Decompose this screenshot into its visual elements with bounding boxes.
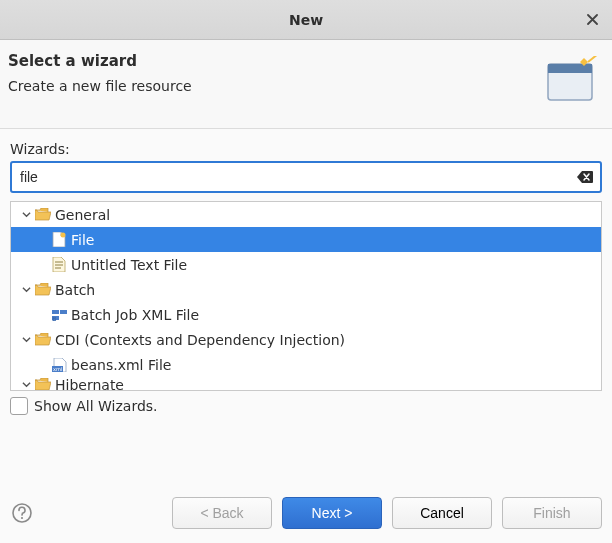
help-button[interactable] <box>10 501 34 525</box>
show-all-checkbox[interactable] <box>10 397 28 415</box>
svg-text:xml: xml <box>53 366 62 372</box>
finish-button[interactable]: Finish <box>502 497 602 529</box>
tree-item-file[interactable]: File <box>11 227 601 252</box>
folder-open-icon <box>35 282 51 298</box>
expander-toggle[interactable] <box>19 283 33 297</box>
chevron-down-icon <box>22 285 31 294</box>
svg-text:B: B <box>52 315 57 322</box>
tree-item-beans-xml[interactable]: xml beans.xml File <box>11 352 601 377</box>
tree-item-label: Hibernate <box>55 377 124 391</box>
tree-item-untitled-text-file[interactable]: Untitled Text File <box>11 252 601 277</box>
tree-item-batch-job-xml[interactable]: B Batch Job XML File <box>11 302 601 327</box>
xml-file-icon: xml <box>51 357 67 373</box>
window-title: New <box>289 12 323 28</box>
help-icon <box>12 503 32 523</box>
close-button[interactable] <box>582 10 602 30</box>
close-icon <box>587 14 598 25</box>
tree-item-label: beans.xml File <box>71 357 171 373</box>
svg-rect-1 <box>548 64 592 73</box>
folder-open-icon <box>35 377 51 391</box>
expander-toggle[interactable] <box>19 378 33 392</box>
chevron-down-icon <box>22 380 31 389</box>
expander-toggle[interactable] <box>19 208 33 222</box>
wizard-banner-icon <box>544 52 600 108</box>
tree-category-batch[interactable]: Batch <box>11 277 601 302</box>
tree-item-label: General <box>55 207 110 223</box>
chevron-down-icon <box>22 335 31 344</box>
show-all-label: Show All Wizards. <box>34 398 158 414</box>
svg-rect-3 <box>52 310 59 314</box>
folder-open-icon <box>35 332 51 348</box>
chevron-down-icon <box>22 210 31 219</box>
file-new-icon <box>51 232 67 248</box>
dialog-footer: < Back Next > Cancel Finish <box>0 487 612 543</box>
svg-point-2 <box>61 233 66 238</box>
next-button[interactable]: Next > <box>282 497 382 529</box>
cancel-button[interactable]: Cancel <box>392 497 492 529</box>
batch-xml-icon: B <box>51 307 67 323</box>
tree-item-label: Batch Job XML File <box>71 307 199 323</box>
svg-rect-4 <box>60 310 67 314</box>
tree-item-label: File <box>71 232 94 248</box>
title-bar: New <box>0 0 612 40</box>
tree-item-label: Untitled Text File <box>71 257 187 273</box>
tree-category-cdi[interactable]: CDI (Contexts and Dependency Injection) <box>11 327 601 352</box>
expander-toggle[interactable] <box>19 333 33 347</box>
tree-item-label: CDI (Contexts and Dependency Injection) <box>55 332 345 348</box>
clear-icon <box>577 171 593 183</box>
tree-category-general[interactable]: General <box>11 202 601 227</box>
tree-item-label: Batch <box>55 282 95 298</box>
search-field-wrap <box>10 161 602 193</box>
wizard-header: Select a wizard Create a new file resour… <box>0 40 612 129</box>
wizards-label: Wizards: <box>10 141 602 157</box>
search-input[interactable] <box>20 169 576 185</box>
svg-point-10 <box>21 517 23 519</box>
clear-search-button[interactable] <box>576 168 594 186</box>
wizard-tree[interactable]: General File Untitled Text File Batch B … <box>10 201 602 391</box>
folder-open-icon <box>35 207 51 223</box>
wizard-title: Select a wizard <box>8 52 544 70</box>
show-all-wizards-row: Show All Wizards. <box>10 391 602 415</box>
wizard-subtitle: Create a new file resource <box>8 78 544 94</box>
tree-category-hibernate[interactable]: Hibernate <box>11 377 601 391</box>
back-button[interactable]: < Back <box>172 497 272 529</box>
text-file-icon <box>51 257 67 273</box>
